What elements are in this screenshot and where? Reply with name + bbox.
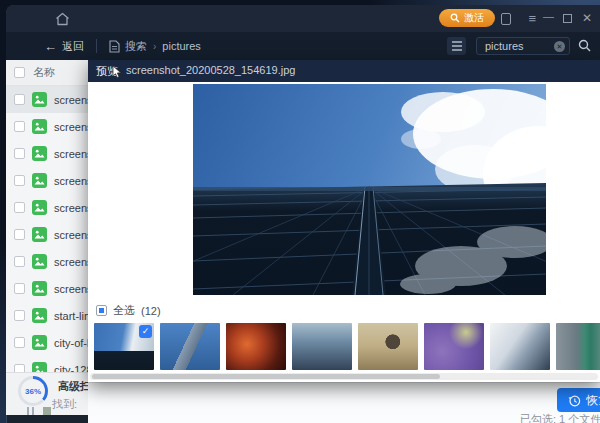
- recover-label: 恢复: [586, 392, 600, 409]
- file-name: start-line: [54, 310, 88, 322]
- mouse-cursor: [112, 65, 122, 81]
- file-row[interactable]: screensh: [6, 194, 88, 221]
- menu-icon[interactable]: ≡: [528, 11, 536, 26]
- select-all-count: (12): [141, 305, 161, 317]
- document-icon: [109, 40, 120, 53]
- image-file-icon: [32, 308, 47, 323]
- titlebar: 激活 ≡ — ✕: [6, 5, 600, 32]
- select-all-checkbox[interactable]: [14, 67, 25, 78]
- file-name: screensh: [54, 256, 88, 268]
- thumbnail-lavender[interactable]: [424, 323, 484, 370]
- file-row[interactable]: screensh: [6, 86, 88, 113]
- row-checkbox[interactable]: [14, 256, 25, 267]
- row-checkbox[interactable]: [14, 283, 25, 294]
- activate-button[interactable]: 激活: [439, 9, 495, 27]
- thumbnail-scrollbar[interactable]: [90, 373, 598, 380]
- file-row[interactable]: screensh: [6, 221, 88, 248]
- file-name: screensh: [54, 283, 88, 295]
- thumbnail-strip: ✓: [94, 323, 600, 370]
- search-icon[interactable]: [578, 39, 591, 52]
- file-row[interactable]: screensh: [6, 167, 88, 194]
- file-list: screenshscreenshscreenshscreenshscreensh…: [6, 86, 88, 383]
- image-file-icon: [32, 281, 47, 296]
- thumbnail-night-street[interactable]: [226, 323, 286, 370]
- image-file-icon: [32, 173, 47, 188]
- preview-window: 预览 screenshot_20200528_154619.jpg: [88, 60, 600, 382]
- list-view-button[interactable]: [447, 37, 466, 55]
- scrollbar-thumb[interactable]: [92, 374, 440, 379]
- file-name: screensh: [54, 229, 88, 241]
- breadcrumb-separator: ›: [153, 41, 156, 52]
- pause-icon[interactable]: [27, 407, 34, 415]
- row-checkbox[interactable]: [14, 148, 25, 159]
- file-row[interactable]: screensh: [6, 248, 88, 275]
- row-checkbox[interactable]: [14, 175, 25, 186]
- image-file-icon: [32, 335, 47, 350]
- image-file-icon: [32, 92, 47, 107]
- close-button[interactable]: ✕: [582, 11, 592, 25]
- recover-button[interactable]: 恢复: [557, 388, 600, 412]
- back-arrow-icon[interactable]: ←: [44, 39, 57, 54]
- thumbnail-river-city[interactable]: [556, 323, 600, 370]
- breadcrumb-pictures[interactable]: pictures: [162, 40, 201, 52]
- image-file-icon: [32, 146, 47, 161]
- column-name-label: 名称: [33, 65, 55, 80]
- thumbnail-man-desk[interactable]: [358, 323, 418, 370]
- image-file-icon: [32, 254, 47, 269]
- scan-progress-ring: 36%: [18, 376, 48, 406]
- file-list-header: 名称: [6, 60, 88, 86]
- app-window: 激活 ≡ — ✕ ← 返回 搜索 › pictures pictures ✕ 名…: [0, 0, 600, 423]
- clear-icon[interactable]: ✕: [554, 41, 565, 52]
- file-name: screensh: [54, 148, 88, 160]
- image-file-icon: [32, 227, 47, 242]
- scan-stage-label: 高级扫: [58, 379, 88, 394]
- search-input[interactable]: pictures ✕: [476, 37, 570, 55]
- scan-found-label: 找到:: [52, 397, 77, 412]
- file-row[interactable]: city-of-l: [6, 329, 88, 356]
- home-icon[interactable]: [55, 12, 70, 30]
- thumbnail-tower-clouds[interactable]: [490, 323, 550, 370]
- row-checkbox[interactable]: [14, 121, 25, 132]
- file-list-panel: 名称 screenshscreenshscreenshscreenshscree…: [6, 60, 88, 415]
- file-row[interactable]: start-line: [6, 302, 88, 329]
- back-button[interactable]: 返回: [62, 39, 84, 54]
- row-checkbox[interactable]: [14, 229, 25, 240]
- thumbnail-skyscraper-up[interactable]: [160, 323, 220, 370]
- thumbnail-building-sky[interactable]: ✓: [94, 323, 154, 370]
- stop-icon[interactable]: [43, 407, 51, 415]
- toolbar: ← 返回 搜索 › pictures pictures ✕: [6, 32, 600, 60]
- selected-files-info: 已勾选: 1 个文件 (230: [520, 412, 600, 423]
- file-row[interactable]: screensh: [6, 275, 88, 302]
- file-name: screensh: [54, 175, 88, 187]
- row-checkbox[interactable]: [14, 202, 25, 213]
- image-file-icon: [32, 200, 47, 215]
- activate-label: 激活: [464, 11, 484, 25]
- magnifier-icon: [450, 13, 460, 23]
- footer-bar: 恢复 已勾选: 1 个文件 (230: [88, 382, 600, 423]
- file-row[interactable]: screensh: [6, 140, 88, 167]
- select-all-checkbox-indeterminate[interactable]: [96, 305, 107, 316]
- preview-titlebar: 预览 screenshot_20200528_154619.jpg: [88, 60, 600, 82]
- scan-percent: 36%: [25, 387, 41, 396]
- minimize-button[interactable]: —: [543, 10, 554, 22]
- image-file-icon: [32, 119, 47, 134]
- maximize-button[interactable]: [563, 14, 572, 23]
- row-checkbox[interactable]: [14, 310, 25, 321]
- select-all-label: 全选: [113, 303, 135, 318]
- file-name: screensh: [54, 94, 88, 106]
- selected-check-badge: ✓: [139, 325, 152, 338]
- page-icon[interactable]: [501, 13, 511, 25]
- select-all-row: 全选 (12): [96, 303, 161, 318]
- row-checkbox[interactable]: [14, 94, 25, 105]
- preview-image: [193, 84, 546, 295]
- scan-status-panel: 36% 高级扫 找到:: [6, 372, 88, 415]
- file-name: screensh: [54, 121, 88, 133]
- search-value: pictures: [485, 40, 554, 52]
- row-checkbox[interactable]: [14, 337, 25, 348]
- file-name: screensh: [54, 202, 88, 214]
- breadcrumb-search[interactable]: 搜索: [125, 39, 147, 54]
- preview-body: 全选 (12) ✓: [88, 82, 600, 382]
- file-name: city-of-l: [54, 337, 88, 349]
- thumbnail-city-towers[interactable]: [292, 323, 352, 370]
- file-row[interactable]: screensh: [6, 113, 88, 140]
